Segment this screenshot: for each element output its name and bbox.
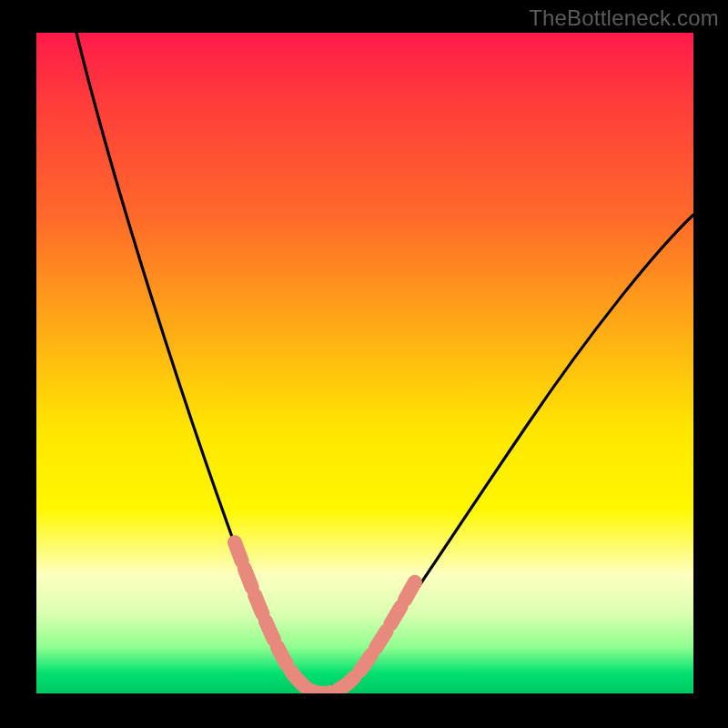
bottleneck-curve <box>36 33 693 693</box>
plot-area <box>36 33 693 693</box>
optimal-range-highlight <box>235 542 417 693</box>
curve-path <box>76 33 693 693</box>
watermark-label: TheBottleneck.com <box>529 5 719 31</box>
chart-frame: TheBottleneck.com <box>0 0 728 728</box>
